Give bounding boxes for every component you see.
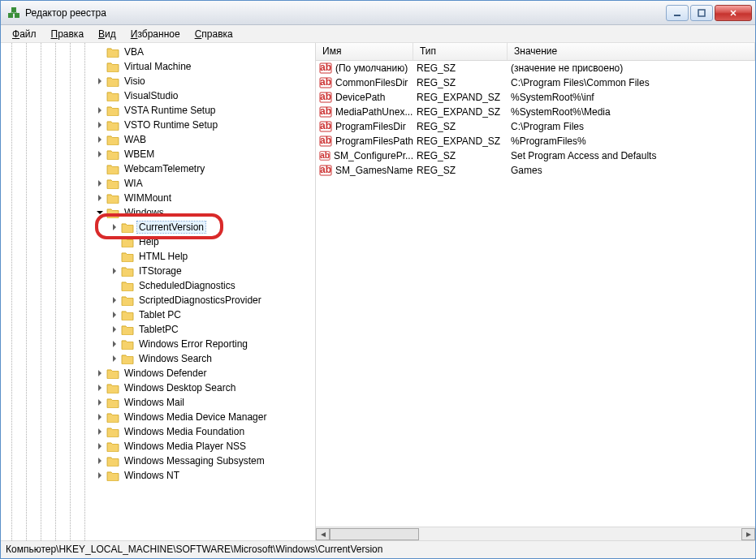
value-row[interactable]: ProgramFilesDirREG_SZC:\Program Files	[316, 119, 755, 134]
menu-favorites[interactable]: Избранное	[124, 27, 187, 41]
value-row[interactable]: DevicePathREG_EXPAND_SZ%SystemRoot%\inf	[316, 90, 755, 105]
tree-node-label: Windows Desktop Search	[123, 382, 237, 393]
value-row[interactable]: MediaPathUnex...REG_EXPAND_SZ%SystemRoot…	[316, 105, 755, 119]
expand-icon[interactable]	[95, 368, 105, 378]
expand-icon[interactable]	[95, 105, 105, 115]
column-type[interactable]: Тип	[413, 43, 508, 60]
tree-node-label: CurrentVersion	[137, 221, 205, 233]
expand-icon[interactable]	[95, 456, 105, 466]
menu-help[interactable]: Справка	[188, 27, 240, 41]
tree-node[interactable]: HTML Help	[1, 249, 315, 264]
registry-editor-window: Редактор реестра Файл Правка Вид Избранн…	[0, 0, 756, 559]
tree-node[interactable]: TabletPC	[1, 322, 315, 337]
tree-node[interactable]: Windows Media Device Manager	[1, 410, 315, 424]
window-title: Редактор реестра	[25, 7, 664, 19]
minimize-button[interactable]	[666, 5, 689, 21]
scroll-left-button[interactable]: ◂	[316, 528, 330, 540]
value-row[interactable]: SM_GamesNameREG_SZGames	[316, 163, 755, 178]
tree-node[interactable]: WebcamTelemetry	[1, 161, 315, 176]
tree-node[interactable]: WBEM	[1, 147, 315, 161]
column-name[interactable]: Имя	[316, 43, 413, 60]
svg-rect-6	[698, 10, 705, 16]
string-value-icon	[319, 135, 332, 148]
expand-icon[interactable]	[95, 193, 105, 203]
expand-icon[interactable]	[110, 339, 119, 349]
tree-node[interactable]: ScriptedDiagnosticsProvider	[1, 293, 315, 307]
tree-node[interactable]: Windows Mail	[1, 395, 315, 410]
folder-icon	[106, 75, 119, 87]
expand-icon[interactable]	[110, 295, 119, 305]
tree-node[interactable]: WIMMount	[1, 191, 315, 205]
scroll-track[interactable]	[330, 528, 741, 540]
expand-icon[interactable]	[95, 427, 105, 436]
folder-icon	[121, 280, 134, 291]
tree-node[interactable]: Visio	[1, 74, 315, 88]
tree-node[interactable]: VBA	[1, 45, 315, 59]
expand-icon[interactable]	[110, 222, 119, 232]
expand-icon[interactable]	[95, 441, 105, 451]
tree-node[interactable]: Windows Search	[1, 351, 315, 366]
expand-icon[interactable]	[110, 266, 119, 276]
tree-node-label: Windows Error Reporting	[137, 338, 249, 350]
expand-icon[interactable]	[110, 325, 119, 334]
expand-icon[interactable]	[95, 471, 105, 480]
expand-icon[interactable]	[95, 149, 105, 159]
tree-node[interactable]: ScheduledDiagnostics	[1, 278, 315, 293]
tree-node-label: TabletPC	[137, 324, 180, 335]
expand-icon[interactable]	[95, 383, 105, 393]
tree-node[interactable]: Windows	[1, 205, 315, 220]
tree-node-label: Windows Search	[137, 353, 214, 364]
values-pane[interactable]: Имя Тип Значение (По умолчанию)REG_SZ(зн…	[316, 43, 755, 540]
folder-icon	[106, 119, 119, 131]
tree-node[interactable]: Windows NT	[1, 468, 315, 483]
value-type: REG_SZ	[413, 77, 508, 88]
folder-icon	[121, 309, 134, 320]
string-value-icon	[319, 149, 330, 162]
maximize-button[interactable]	[690, 5, 713, 21]
horizontal-scrollbar[interactable]: ◂ ▸	[316, 527, 755, 540]
value-row[interactable]: ProgramFilesPathREG_EXPAND_SZ%ProgramFil…	[316, 134, 755, 148]
string-value-icon	[319, 62, 332, 75]
tree-node[interactable]: VSTA Runtime Setup	[1, 103, 315, 118]
expand-icon[interactable]	[95, 76, 105, 86]
list-header[interactable]: Имя Тип Значение	[316, 43, 755, 61]
scroll-right-button[interactable]: ▸	[741, 528, 755, 540]
tree-pane[interactable]: VBAVirtual MachineVisioVisualStudioVSTA …	[1, 43, 316, 540]
tree-node[interactable]: Windows Desktop Search	[1, 381, 315, 395]
expand-icon[interactable]	[95, 412, 105, 422]
column-data[interactable]: Значение	[508, 43, 755, 60]
scroll-thumb[interactable]	[330, 528, 419, 540]
tree-node[interactable]: Windows Defender	[1, 366, 315, 381]
tree-node[interactable]: Windows Media Player NSS	[1, 439, 315, 454]
menu-edit[interactable]: Правка	[45, 27, 91, 41]
tree-node[interactable]: Windows Error Reporting	[1, 337, 315, 351]
tree-node[interactable]: Help	[1, 234, 315, 249]
value-row[interactable]: (По умолчанию)REG_SZ(значение не присвое…	[316, 61, 755, 75]
value-row[interactable]: SM_ConfigurePr...REG_SZSet Program Acces…	[316, 148, 755, 163]
expand-icon[interactable]	[95, 398, 105, 407]
menu-file[interactable]: Файл	[6, 27, 43, 41]
collapse-icon[interactable]	[95, 208, 105, 217]
expand-icon[interactable]	[110, 310, 119, 320]
tree-node[interactable]: CurrentVersion	[1, 220, 315, 234]
tree-node[interactable]: Tablet PC	[1, 307, 315, 322]
expand-icon[interactable]	[95, 178, 105, 188]
folder-icon	[106, 192, 119, 204]
tree-node[interactable]: VisualStudio	[1, 88, 315, 103]
titlebar[interactable]: Редактор реестра	[1, 1, 755, 25]
expand-icon[interactable]	[95, 135, 105, 144]
menu-view[interactable]: Вид	[92, 27, 123, 41]
value-row[interactable]: CommonFilesDirREG_SZC:\Program Files\Com…	[316, 75, 755, 90]
tree-node[interactable]: WAB	[1, 132, 315, 147]
tree-node[interactable]: Virtual Machine	[1, 59, 315, 74]
expand-icon[interactable]	[95, 120, 105, 130]
tree-node[interactable]: Windows Messaging Subsystem	[1, 454, 315, 468]
close-button[interactable]	[715, 5, 752, 21]
tree-node[interactable]: VSTO Runtime Setup	[1, 118, 315, 132]
tree-node[interactable]: WIA	[1, 176, 315, 191]
tree-node[interactable]: ITStorage	[1, 264, 315, 278]
tree-node[interactable]: Windows Media Foundation	[1, 424, 315, 439]
tree-node-label: ScriptedDiagnosticsProvider	[137, 295, 263, 306]
folder-icon	[106, 470, 119, 481]
expand-icon[interactable]	[110, 354, 119, 363]
